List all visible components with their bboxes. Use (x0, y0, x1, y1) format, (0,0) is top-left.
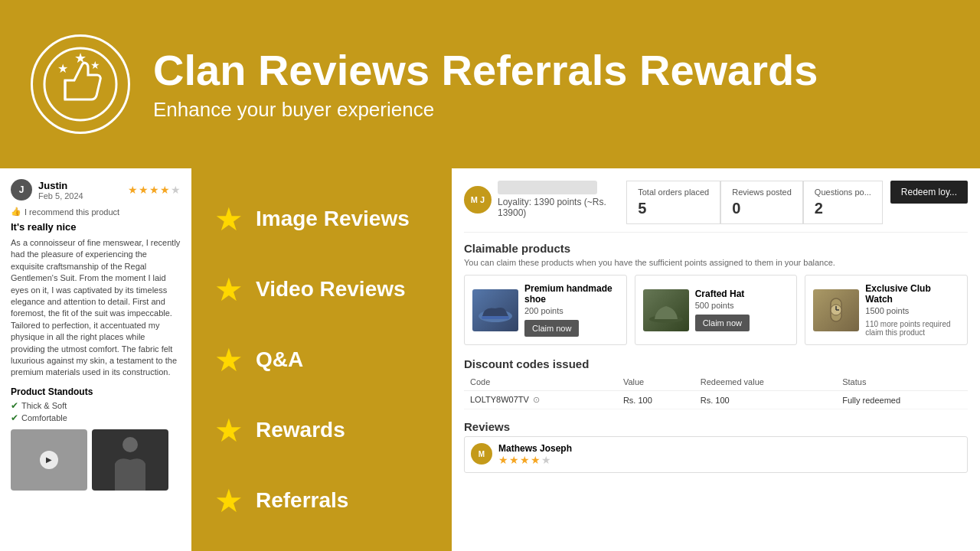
customer-avatar: M J (464, 186, 492, 214)
product-watch-name: Exclusive Club Watch (865, 283, 959, 305)
star-rating: ★ ★ ★ ★ ★ (128, 184, 181, 196)
reviewer-date: Feb 5, 2024 (38, 191, 122, 201)
review-image-1: ▶ (11, 429, 87, 491)
product-watch-note: 110 more points required claim this prod… (865, 320, 959, 337)
star-5: ★ (171, 184, 181, 196)
product-img-watch (813, 289, 859, 331)
discount-code: LOLTY8W07TV ⊙ (464, 391, 617, 409)
reviews-title: Reviews (464, 420, 968, 433)
app-subtitle: Enhance your buyer experience (153, 98, 818, 122)
stat-reviews-value: 0 (732, 200, 792, 217)
check-icon-2: ✔ (11, 412, 18, 423)
discount-redeemed: Rs. 100 (694, 391, 836, 409)
feature-referrals: ★ Referrals (214, 482, 429, 520)
discount-title: Discount codes issued (464, 357, 968, 370)
app-logo: ★ ★ ★ (31, 34, 130, 134)
col-code: Code (464, 373, 617, 391)
reviewer-name: Justin (38, 180, 122, 191)
r-star-5: ★ (541, 454, 551, 466)
review-author-name: Mathews Joseph (498, 443, 572, 454)
claimable-title: Claimable products (464, 242, 968, 255)
review-image-2 (92, 429, 168, 491)
r-star-3: ★ (520, 454, 530, 466)
discount-value: Rs. 100 (617, 391, 694, 409)
svg-text:★: ★ (74, 51, 87, 66)
customer-details: Loyality: 1390 points (~Rs. 13900) (498, 181, 619, 218)
reviews-section: Reviews M Mathews Joseph ★ ★ ★ ★ ★ (464, 420, 968, 473)
stat-orders-label: Total orders placed (638, 187, 709, 197)
standouts-title: Product Standouts (11, 386, 181, 397)
product-img-hat (643, 289, 689, 331)
recommend-badge: 👍 I recommend this product (11, 207, 181, 217)
product-watch-points: 1500 points (865, 306, 959, 315)
col-redeemed: Redeemed value (694, 373, 836, 391)
feature-rewards: ★ Rewards (214, 412, 429, 449)
star-icon-2: ★ (214, 271, 243, 308)
feature-label-1: Image Reviews (256, 207, 410, 231)
features-panel: ★ Image Reviews ★ Video Reviews ★ Q&A ★ … (191, 168, 452, 551)
product-shoe: Premium handmade shoe 200 points Claim n… (464, 275, 627, 345)
copy-icon[interactable]: ⊙ (533, 395, 540, 404)
r-star-2: ★ (509, 454, 519, 466)
star-icon-3: ★ (214, 341, 243, 379)
star-2: ★ (139, 184, 149, 196)
discount-code-text: LOLTY8W07TV (470, 395, 529, 404)
star-1: ★ (128, 184, 138, 196)
review-title: It's really nice (11, 221, 181, 233)
review-author-avatar: M (471, 443, 492, 465)
recommend-text: I recommend this product (24, 207, 119, 217)
thumbs-up-icon: 👍 (11, 207, 21, 217)
product-watch-details: Exclusive Club Watch 1500 points 110 mor… (865, 283, 959, 337)
play-button-1[interactable]: ▶ (40, 451, 58, 469)
feature-label-5: Referrals (256, 488, 348, 513)
stat-questions-label: Questions po... (815, 187, 871, 197)
reviewer-info: Justin Feb 5, 2024 (38, 180, 122, 201)
redeem-button[interactable]: Redeem loy... (890, 181, 968, 204)
customer-name-placeholder (498, 181, 597, 194)
star-3: ★ (149, 184, 159, 196)
product-hat-points: 500 points (695, 301, 789, 310)
r-star-4: ★ (531, 454, 541, 466)
star-4: ★ (160, 184, 170, 196)
product-shoe-points: 200 points (524, 306, 619, 315)
product-shoe-details: Premium handmade shoe 200 points Claim n… (524, 283, 619, 337)
review-images: ▶ (11, 429, 181, 491)
stat-questions: Questions po... 2 (803, 181, 883, 224)
feature-image-reviews: ★ Image Reviews (214, 201, 429, 238)
claim-hat-button[interactable]: Claim now (695, 315, 750, 331)
review-author-details: Mathews Joseph ★ ★ ★ ★ ★ (498, 443, 572, 466)
svg-point-6 (122, 437, 138, 452)
reviewer-avatar: J (11, 179, 32, 201)
standout-label-1: Thick & Soft (21, 401, 67, 410)
product-hat-name: Crafted Hat (695, 289, 789, 299)
star-icon-4: ★ (214, 412, 243, 449)
dashboard-panel: M J Loyality: 1390 points (~Rs. 13900) T… (452, 168, 980, 551)
standout-comfortable: ✔ Comfortable (11, 412, 181, 423)
feature-video-reviews: ★ Video Reviews (214, 271, 429, 308)
stat-reviews-label: Reviews posted (732, 187, 792, 197)
stat-reviews: Reviews posted 0 (720, 181, 803, 224)
discount-status: Fully redeemed (836, 391, 968, 409)
loyalty-points: Loyality: 1390 points (~Rs. 13900) (498, 197, 619, 218)
svg-text:★: ★ (57, 62, 68, 75)
stat-orders: Total orders placed 5 (626, 181, 720, 224)
discount-section: Discount codes issued Code Value Redeeme… (464, 357, 968, 409)
header-banner: ★ ★ ★ Clan Reviews Referrals Rewards Enh… (0, 0, 980, 168)
claimable-subtitle: You can claim these products when you ha… (464, 258, 968, 267)
claim-shoe-button[interactable]: Claim now (524, 320, 579, 337)
review-stars: ★ ★ ★ ★ ★ (498, 454, 572, 466)
discount-row: LOLTY8W07TV ⊙ Rs. 100 Rs. 100 Fully rede… (464, 391, 968, 409)
review-card-panel: J Justin Feb 5, 2024 ★ ★ ★ ★ ★ 👍 I recom… (0, 168, 191, 551)
product-shoe-name: Premium handmade shoe (524, 283, 619, 305)
standout-label-2: Comfortable (21, 413, 67, 422)
main-content: J Justin Feb 5, 2024 ★ ★ ★ ★ ★ 👍 I recom… (0, 168, 980, 551)
col-status: Status (836, 373, 968, 391)
review-row: M Mathews Joseph ★ ★ ★ ★ ★ (464, 436, 968, 473)
header-text: Clan Reviews Referrals Rewards Enhance y… (153, 47, 818, 122)
stat-questions-value: 2 (815, 200, 871, 217)
star-icon-1: ★ (214, 201, 243, 238)
feature-label-2: Video Reviews (256, 277, 406, 302)
product-hat: Crafted Hat 500 points Claim now (635, 275, 798, 345)
product-standouts: Product Standouts ✔ Thick & Soft ✔ Comfo… (11, 386, 181, 423)
product-watch: Exclusive Club Watch 1500 points 110 mor… (805, 275, 968, 345)
